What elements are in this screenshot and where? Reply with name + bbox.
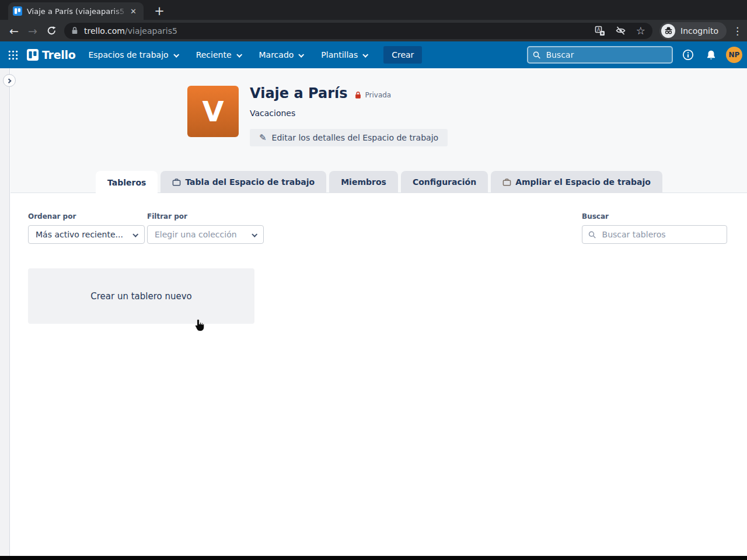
nav-label: Espacios de trabajo: [88, 50, 168, 60]
pencil-icon: ✎: [259, 132, 267, 143]
filter-by-value: Elegir una colección: [155, 230, 237, 239]
chevron-right-icon: [6, 78, 11, 83]
nav-label: Marcado: [259, 50, 294, 60]
tab-tableros[interactable]: Tableros: [96, 171, 158, 194]
create-board-tile[interactable]: Crear un tablero nuevo: [28, 268, 254, 324]
workspace-description: Vacaciones: [250, 108, 391, 118]
eye-off-icon[interactable]: [615, 25, 626, 36]
search-icon: [588, 230, 596, 239]
tab-miembros[interactable]: Miembros: [329, 171, 398, 193]
trello-app-bar: Trello Espacios de trabajo Reciente Marc…: [0, 41, 747, 68]
visibility-label: Privada: [365, 91, 391, 99]
browser-tab-strip: Viaje a París (viajeaparis5 ✕ +: [0, 0, 747, 20]
browser-menu-icon[interactable]: ⋮: [732, 25, 742, 37]
bottom-bar: [0, 556, 747, 560]
edit-workspace-button[interactable]: ✎ Editar los detalles del Espacio de tra…: [250, 129, 448, 146]
board-search[interactable]: [582, 225, 727, 244]
back-icon[interactable]: ←: [5, 22, 23, 40]
tab-label: Tabla del Espacio de trabajo: [185, 177, 315, 187]
trello-favicon-icon: [13, 6, 22, 16]
url-host: trello.com: [84, 26, 125, 36]
notifications-bell-icon[interactable]: [703, 47, 718, 62]
sort-by-select[interactable]: Más activo reciente...: [28, 225, 145, 244]
trello-logo-text: Trello: [42, 48, 75, 61]
tab-ampliar-espacio[interactable]: Ampliar el Espacio de trabajo: [491, 171, 662, 193]
chevron-down-icon: [362, 51, 368, 57]
edit-workspace-label: Editar los detalles del Espacio de traba…: [272, 133, 439, 142]
visibility-badge: Privada: [354, 91, 391, 99]
info-icon[interactable]: [680, 47, 696, 62]
sort-by-value: Más activo reciente...: [36, 230, 123, 239]
address-bar[interactable]: trello.com/viajeaparis5 A ☆: [64, 23, 652, 39]
private-lock-icon: [354, 91, 362, 99]
mouse-pointer-cursor: [194, 318, 206, 332]
nav-label: Reciente: [196, 50, 232, 60]
omnibox-icons: A ☆: [595, 25, 645, 36]
apps-grid-icon[interactable]: [5, 47, 21, 63]
nav-espacios-de-trabajo[interactable]: Espacios de trabajo: [88, 50, 177, 60]
left-rail: [0, 68, 10, 556]
sort-by-label: Ordenar por: [28, 212, 76, 220]
tab-close-icon[interactable]: ✕: [128, 8, 139, 15]
incognito-label: Incognito: [680, 26, 718, 36]
nav-plantillas[interactable]: Plantillas: [321, 50, 367, 60]
header-search[interactable]: [527, 46, 673, 64]
workspace-avatar: V: [187, 86, 239, 137]
tab-tabla-espacio[interactable]: Tabla del Espacio de trabajo: [160, 171, 326, 193]
workspace-title: Viaje a París: [250, 85, 347, 102]
browser-toolbar: ← → trello.com/viajeaparis5 A: [0, 20, 747, 41]
secure-lock-icon: [71, 26, 78, 35]
nav-marcado[interactable]: Marcado: [259, 50, 303, 60]
briefcase-icon: [172, 178, 181, 187]
forward-icon[interactable]: →: [23, 22, 42, 40]
reload-icon[interactable]: [42, 22, 61, 40]
chevron-down-icon: [132, 231, 138, 237]
trello-logo-icon: [27, 49, 39, 61]
translate-icon[interactable]: A: [595, 26, 605, 36]
chevron-down-icon: [236, 51, 242, 57]
nav-reciente[interactable]: Reciente: [196, 50, 241, 60]
header-search-input[interactable]: [545, 50, 667, 60]
workspace-header: Viaje a París Privada Vacaciones: [250, 85, 391, 118]
filter-by-label: Filtrar por: [147, 212, 187, 220]
tab-configuracion[interactable]: Configuración: [401, 171, 488, 193]
screen: Viaje a París (viajeaparis5 ✕ + ← → trel…: [0, 0, 747, 560]
workspace-tabs: Tableros Tabla del Espacio de trabajo Mi…: [96, 171, 662, 194]
appbar-right: NP: [527, 46, 742, 64]
board-search-input[interactable]: [601, 229, 721, 240]
new-tab-button[interactable]: +: [151, 2, 168, 20]
browser-tab-title: Viaje a París (viajeaparis5: [27, 7, 128, 16]
tab-label: Ampliar el Espacio de trabajo: [515, 177, 651, 187]
expand-sidebar-button[interactable]: [3, 74, 16, 87]
bookmark-star-icon[interactable]: ☆: [636, 26, 645, 36]
board-search-label: Buscar: [582, 212, 609, 220]
filter-by-select[interactable]: Elegir una colección: [147, 225, 264, 244]
nav-label: Plantillas: [321, 50, 358, 60]
trello-logo[interactable]: Trello: [27, 48, 75, 61]
search-icon: [533, 51, 541, 60]
create-button[interactable]: Crear: [383, 46, 422, 64]
browser-tab[interactable]: Viaje a París (viajeaparis5 ✕: [8, 2, 144, 20]
premium-briefcase-icon: [502, 178, 511, 187]
url-path: /viajeaparis5: [125, 26, 177, 36]
incognito-icon: [661, 24, 675, 38]
url-text: trello.com/viajeaparis5: [84, 26, 177, 36]
incognito-badge: Incognito: [659, 22, 727, 40]
chevron-down-icon: [173, 51, 179, 57]
user-avatar[interactable]: NP: [726, 47, 742, 63]
chevron-down-icon: [299, 51, 305, 57]
chevron-down-icon: [252, 231, 257, 237]
